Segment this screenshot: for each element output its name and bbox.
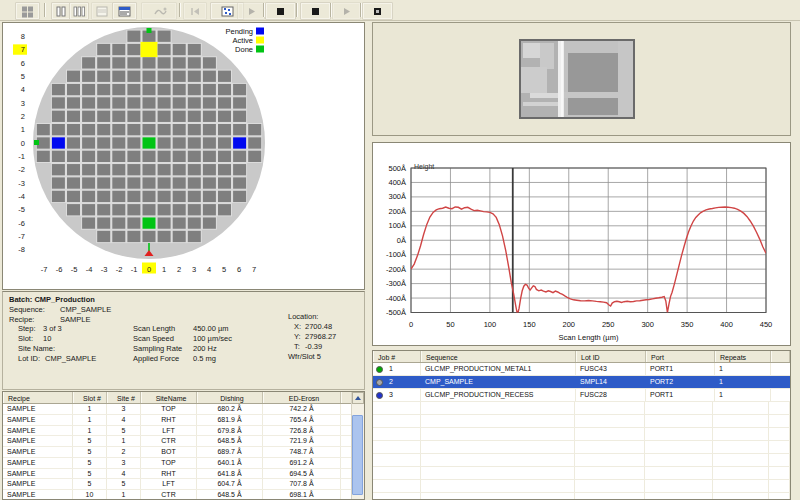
- die[interactable]: [82, 177, 95, 188]
- die[interactable]: [143, 164, 156, 175]
- die[interactable]: [203, 71, 216, 82]
- job-row[interactable]: 1GLCMP_PRODUCTION_METAL1FUSC43PORT11: [373, 363, 790, 376]
- die[interactable]: [127, 44, 140, 55]
- die[interactable]: [188, 57, 201, 68]
- die[interactable]: [233, 84, 246, 95]
- die[interactable]: [173, 124, 186, 135]
- die[interactable]: [173, 57, 186, 68]
- die[interactable]: [203, 204, 216, 215]
- results-row[interactable]: SAMPLE55LFT604.7 Å707.8 Å: [3, 479, 364, 490]
- die[interactable]: [188, 151, 201, 162]
- die[interactable]: [127, 124, 140, 135]
- die[interactable]: [97, 177, 110, 188]
- die[interactable]: [173, 177, 186, 188]
- play-button[interactable]: [237, 2, 265, 20]
- die[interactable]: [112, 111, 125, 122]
- measure-grid-button[interactable]: [15, 2, 40, 20]
- die[interactable]: [203, 151, 216, 162]
- die[interactable]: [67, 191, 80, 202]
- die[interactable]: [158, 124, 171, 135]
- scroll-up-icon[interactable]: [352, 392, 364, 404]
- die[interactable]: [173, 111, 186, 122]
- results-header-sitename[interactable]: SiteName: [141, 392, 197, 403]
- die[interactable]: [143, 231, 156, 242]
- die[interactable]: [143, 97, 156, 108]
- die[interactable]: [67, 164, 80, 175]
- die[interactable]: [127, 164, 140, 175]
- die[interactable]: [203, 137, 216, 148]
- die[interactable]: [67, 84, 80, 95]
- die[interactable]: [112, 217, 125, 228]
- die[interactable]: [97, 124, 110, 135]
- die[interactable]: [173, 217, 186, 228]
- results-row[interactable]: SAMPLE53TOP640.1 Å691.2 Å: [3, 458, 364, 469]
- results-row[interactable]: SAMPLE52BOT689.7 Å748.7 Å: [3, 447, 364, 458]
- results-header-site-[interactable]: Site #: [107, 392, 141, 403]
- sheet-blue-button[interactable]: [112, 2, 137, 20]
- die[interactable]: [112, 137, 125, 148]
- die[interactable]: [82, 57, 95, 68]
- die[interactable]: [127, 97, 140, 108]
- die[interactable]: [112, 124, 125, 135]
- die[interactable]: [127, 177, 140, 188]
- die[interactable]: [188, 164, 201, 175]
- die[interactable]: [188, 84, 201, 95]
- die[interactable]: [112, 84, 125, 95]
- die[interactable]: [218, 84, 231, 95]
- die[interactable]: [188, 217, 201, 228]
- die[interactable]: [248, 137, 261, 148]
- die[interactable]: [82, 124, 95, 135]
- die[interactable]: [158, 164, 171, 175]
- die[interactable]: [188, 204, 201, 215]
- die[interactable]: [52, 164, 65, 175]
- die[interactable]: [67, 71, 80, 82]
- die[interactable]: [97, 71, 110, 82]
- results-scrollbar[interactable]: [351, 392, 364, 499]
- abort-button[interactable]: [362, 2, 393, 20]
- die[interactable]: [203, 217, 216, 228]
- job-row-selected[interactable]: 2CMP_SAMPLESMPL14PORT21: [373, 376, 790, 389]
- die[interactable]: [173, 44, 186, 55]
- die[interactable]: [143, 71, 156, 82]
- die[interactable]: [173, 231, 186, 242]
- die[interactable]: [158, 31, 171, 42]
- die[interactable]: [218, 204, 231, 215]
- die[interactable]: [67, 151, 80, 162]
- jobs-header-sequence[interactable]: Sequence: [421, 351, 576, 362]
- die[interactable]: [188, 111, 201, 122]
- die[interactable]: [173, 191, 186, 202]
- wand-button[interactable]: [141, 2, 177, 20]
- die[interactable]: [82, 151, 95, 162]
- die[interactable]: [52, 191, 65, 202]
- die[interactable]: [188, 97, 201, 108]
- die[interactable]: [248, 151, 261, 162]
- die[interactable]: [143, 177, 156, 188]
- die[interactable]: [127, 151, 140, 162]
- jobs-header-job-[interactable]: Job #: [373, 351, 421, 362]
- die[interactable]: [158, 151, 171, 162]
- die[interactable]: [67, 204, 80, 215]
- stop-button[interactable]: [265, 2, 296, 20]
- die[interactable]: [143, 84, 156, 95]
- height-profile-plot[interactable]: 500Å400Å300Å200Å100Å0Å-100Å-200Å-300Å-40…: [373, 143, 790, 345]
- job-row[interactable]: 3GLCMP_PRODUCTION_RECESSFUSC28PORT11: [373, 389, 790, 402]
- results-row[interactable]: SAMPLE14RHT681.9 Å765.4 Å: [3, 415, 364, 426]
- die[interactable]: [173, 97, 186, 108]
- die[interactable]: [218, 71, 231, 82]
- die[interactable]: [158, 231, 171, 242]
- wafer-map[interactable]: 876543210-1-2-3-4-5-6-7-8-7-6-5-4-3-2-10…: [3, 23, 364, 289]
- die[interactable]: [218, 151, 231, 162]
- die[interactable]: [112, 44, 125, 55]
- die-pending[interactable]: [233, 137, 246, 148]
- die[interactable]: [203, 191, 216, 202]
- results-row[interactable]: SAMPLE15LFT679.8 Å726.8 Å: [3, 426, 364, 437]
- die[interactable]: [188, 44, 201, 55]
- die[interactable]: [173, 204, 186, 215]
- die[interactable]: [97, 204, 110, 215]
- play-button[interactable]: [332, 2, 361, 20]
- die[interactable]: [97, 57, 110, 68]
- die[interactable]: [233, 151, 246, 162]
- die[interactable]: [52, 151, 65, 162]
- die[interactable]: [173, 84, 186, 95]
- die-active[interactable]: [141, 42, 158, 57]
